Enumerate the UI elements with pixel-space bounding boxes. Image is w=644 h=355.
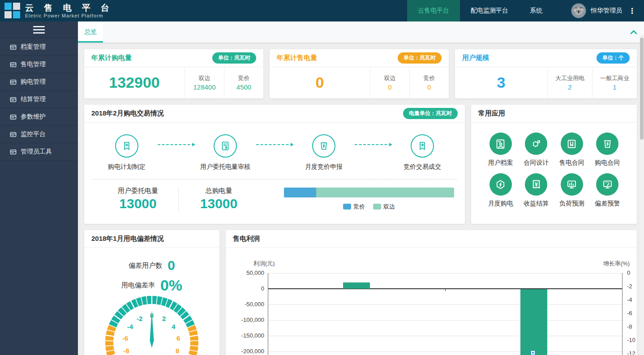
right-axis-title: 增长率(%) [603, 260, 630, 268]
deviation-warning-icon [596, 173, 618, 196]
sidebar-item-6[interactable]: 管理员工具 [0, 143, 78, 161]
flow-arrow [355, 144, 391, 145]
user-box: 🐨 恒华管理员 ⋮ [553, 0, 644, 21]
income-settlement-icon [525, 173, 547, 196]
sidebar-toggle-icon[interactable] [33, 24, 45, 35]
left-axis-title: 利润(元) [253, 260, 275, 268]
app-3[interactable]: 购电合同 [590, 133, 626, 167]
unit-badge: 单位：兆瓦时 [212, 52, 256, 64]
stat-col-bidding: 竞价 4500 [224, 67, 263, 98]
kebab-menu-icon[interactable]: ⋮ [627, 7, 638, 15]
app-4[interactable]: 月度购电 [483, 173, 519, 208]
nav-item-0[interactable]: 云售电平台 [407, 0, 460, 21]
trade-stat-entrusted: 用户委托电量 13000 [98, 187, 178, 211]
card-common-apps: 常用应用 用户档案合同设计售电合同购电合同月度购电收益结算负荷预测偏差预警 [471, 105, 637, 224]
sidebar-item-label: 参数维护 [21, 113, 46, 121]
legend-item: 竞价 [343, 203, 365, 211]
nav-item-2[interactable]: 系统 [519, 0, 553, 21]
load-forecast-icon [561, 173, 583, 196]
trade-step-3[interactable]: 竞价交易成交 [398, 134, 447, 171]
top-nav-menu: 云售电平台配电监测平台系统 [407, 0, 553, 21]
app-7[interactable]: 偏差预警 [590, 173, 626, 208]
main-content: 年累计购电量 单位：兆瓦时 132900 双边 128400 竞价 4500 年… [78, 43, 644, 355]
profit-bar-0 [343, 282, 370, 289]
gauge-label: -6 [122, 334, 128, 342]
card-user-scale: 用户规模 单位：个 3 大工业用电 2 一般工商业 1 [455, 49, 637, 98]
menu-card-icon [10, 114, 17, 120]
left-axis-tick: -50,000 [228, 301, 264, 308]
app-5[interactable]: 收益结算 [519, 173, 554, 208]
scrollbar-thumb[interactable] [640, 38, 644, 140]
sidebar-item-label: 监控平台 [21, 130, 46, 138]
gridline [268, 273, 623, 274]
trade-stat-total: 总购电量 13000 [178, 187, 259, 211]
gauge-label: 6 [176, 334, 180, 342]
tabbar: 总览 [78, 21, 644, 43]
contract-design-icon [525, 133, 547, 155]
tab-overview[interactable]: 总览 [78, 21, 103, 43]
sale-contract-icon [561, 133, 583, 155]
card-title: 用户规模 [462, 54, 489, 62]
user-avatar[interactable]: 🐨 [571, 3, 586, 18]
trade-step-1[interactable]: 用户委托电量审核 [201, 134, 250, 171]
app-label: 用户档案 [488, 159, 513, 167]
sidebar-menu: 档案管理售电管理购电管理结算管理参数维护监控平台管理员工具 [0, 38, 78, 161]
trade-step-2[interactable]: 月度竞价申报 [299, 134, 348, 171]
app-1[interactable]: 合同设计 [519, 133, 554, 167]
sidebar-item-label: 结算管理 [21, 95, 46, 103]
card-title: 年累计售电量 [277, 54, 317, 62]
app-label: 售电合同 [559, 159, 584, 167]
unit-badge: 单位：兆瓦时 [398, 52, 442, 64]
gauge-label: -2 [137, 315, 142, 322]
app-2[interactable]: 售电合同 [554, 133, 590, 167]
gauge-label: 8 [176, 347, 179, 355]
audit-doc-bolt-icon [214, 134, 237, 158]
stat-col-bidding: 竞价 0 [409, 67, 449, 98]
gauge-label: 4 [172, 323, 176, 330]
purchase-contract-icon [596, 133, 618, 155]
app-0[interactable]: 用户档案 [483, 133, 519, 167]
profit-plot-area [268, 273, 623, 355]
card-title: 2018年1月用电偏差情况 [91, 235, 164, 243]
step-label: 月度竞价申报 [305, 163, 343, 171]
trade-step-0[interactable]: 购电计划制定 [102, 134, 151, 171]
trade-bar-legend: 竞价双边 [284, 203, 454, 211]
deviation-gauge: -10-8-6-4-20246810 [84, 295, 219, 355]
nav-item-1[interactable]: 配电监测平台 [460, 0, 519, 21]
card-year-sale: 年累计售电量 单位：兆瓦时 0 双边 0 竞价 0 [270, 49, 449, 98]
vertical-scrollbar[interactable] [640, 35, 644, 355]
sidebar-item-5[interactable]: 监控平台 [0, 126, 78, 143]
stat-col-bilateral: 双边 0 [370, 67, 409, 98]
sidebar: 档案管理售电管理购电管理结算管理参数维护监控平台管理员工具 [0, 21, 78, 355]
x-axis-tick [445, 289, 446, 291]
sidebar-item-1[interactable]: 售电管理 [0, 56, 78, 73]
right-axis-tick: -10 [627, 337, 637, 343]
menu-card-icon [10, 96, 17, 103]
bar-segment-双边 [316, 188, 454, 197]
app-6[interactable]: 负荷预测 [554, 173, 590, 208]
sidebar-item-2[interactable]: 购电管理 [0, 73, 78, 91]
sidebar-item-label: 售电管理 [21, 60, 46, 68]
user-name[interactable]: 恒华管理员 [591, 7, 622, 15]
right-axis-tick: -2 [627, 283, 637, 290]
gauge-tick [190, 341, 198, 341]
gauge-tick [105, 341, 113, 341]
step-label: 用户委托电量审核 [200, 163, 250, 171]
logo-squares-icon [4, 3, 21, 19]
left-axis-tick: -200,000 [228, 348, 264, 355]
gauge-label: -8 [123, 347, 129, 355]
trade-split-bar [284, 188, 454, 197]
menu-card-icon [10, 79, 17, 86]
gridline [268, 320, 623, 321]
right-axis-tick: -8 [627, 323, 637, 330]
stat-value: 0 [270, 67, 370, 98]
sidebar-item-0[interactable]: 档案管理 [0, 38, 78, 56]
app-label: 负荷预测 [559, 200, 584, 208]
right-axis-tick: -12 [627, 350, 637, 355]
app-label: 购电合同 [595, 159, 620, 167]
card-deviation: 2018年1月用电偏差情况 偏差用户数 0 用电偏差率 0% -10-8-6-4… [84, 230, 219, 355]
sidebar-item-3[interactable]: 结算管理 [0, 91, 78, 108]
sidebar-item-4[interactable]: 参数维护 [0, 108, 78, 126]
stat-col-industrial: 大工业用电 2 [547, 67, 592, 98]
card-title: 售电利润 [233, 235, 260, 243]
